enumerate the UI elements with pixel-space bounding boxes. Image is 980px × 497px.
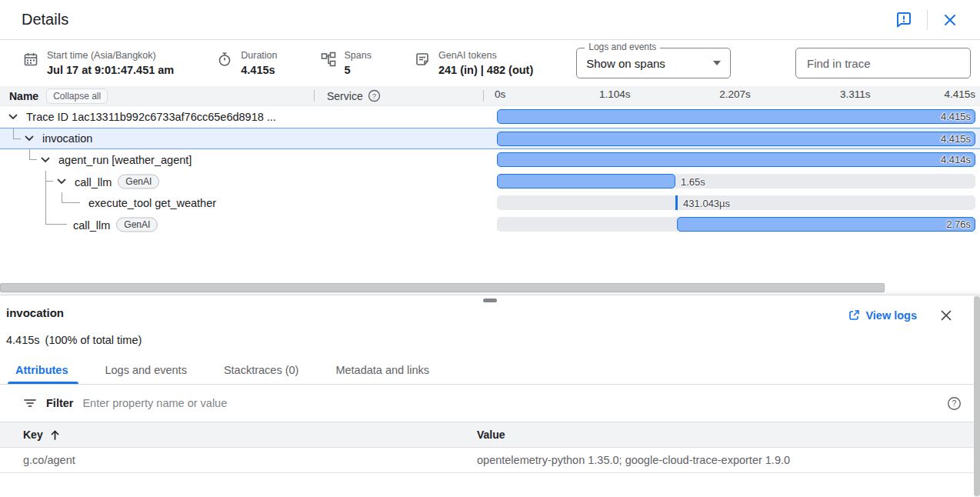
genai-note-icon: [415, 52, 430, 67]
timeline-tick: 1.104s: [599, 88, 631, 100]
stat-label: GenAI tokens: [438, 49, 533, 62]
spans-icon: [321, 52, 336, 67]
span-bar[interactable]: 4.415s: [497, 109, 975, 124]
trace-row-execute-tool[interactable]: execute_tool get_weather 431.043µs: [0, 192, 980, 214]
genai-badge: GenAI: [116, 218, 158, 232]
waterfall-header: Name Collapse all Service ? 0s 1.104s 2.…: [0, 86, 980, 106]
span-name: call_llm: [73, 218, 110, 231]
close-panel-button[interactable]: [937, 306, 955, 325]
trace-row-invocation[interactable]: invocation 4.415s: [0, 128, 980, 149]
panel-span-title: invocation: [6, 306, 64, 319]
collapse-all-button[interactable]: Collapse all: [46, 88, 108, 104]
trace-row-agent-run[interactable]: agent_run [weather_agent] 4.414s: [0, 149, 980, 171]
span-duration-label: 4.415s: [941, 133, 971, 145]
tab-metadata-and-links[interactable]: Metadata and links: [317, 357, 448, 384]
span-detail-panel: invocation View logs 4.415s (100% of tot…: [0, 295, 980, 497]
tree-connector: [45, 171, 53, 182]
tree-connector: [29, 149, 37, 160]
header-divider: [927, 10, 928, 30]
name-column-header: Name: [9, 90, 38, 102]
timeline-tick: 4.415s: [944, 88, 975, 100]
tab-logs-and-events[interactable]: Logs and events: [86, 357, 205, 384]
stat-genai-tokens: GenAI tokens 241 (in) | 482 (out): [415, 49, 533, 78]
feedback-button[interactable]: [893, 9, 915, 31]
arrow-up-icon: [49, 429, 61, 441]
chevron-down-icon[interactable]: [22, 132, 36, 145]
span-waterfall: Trace ID 1ac13311b992c6733af76cc65e6d891…: [0, 106, 980, 235]
span-bar[interactable]: 4.415s: [497, 132, 975, 146]
dropdown-legend: Logs and events: [585, 42, 660, 52]
timer-icon: [217, 52, 232, 67]
sort-ascending-button[interactable]: [49, 429, 61, 441]
span-bar[interactable]: 4.414s: [497, 152, 975, 167]
span-duration-label: 2.76s: [946, 218, 971, 230]
service-help-icon[interactable]: ?: [368, 89, 381, 102]
attribute-row[interactable]: g.co/agent opentelemetry-python 1.35.0; …: [0, 448, 980, 473]
trace-row-trace-id[interactable]: Trace ID 1ac13311b992c6733af76cc65e6d891…: [0, 106, 980, 128]
details-header: Details: [0, 0, 980, 40]
tree-connector: [13, 128, 21, 139]
filter-help-icon[interactable]: ?: [947, 396, 962, 411]
trace-row-call-llm-2[interactable]: call_llm GenAI 2.76s: [0, 214, 980, 235]
horizontal-scrollbar: [0, 282, 980, 294]
feedback-icon: [895, 11, 913, 29]
span-name-with-badge: call_llm GenAI: [73, 218, 158, 232]
stat-start-time: Start time (Asia/Bangkok) Jul 17 at 9:01…: [23, 49, 174, 78]
tree-connector: [45, 182, 46, 192]
chevron-down-icon[interactable]: [38, 153, 52, 167]
stat-value: 5: [345, 62, 372, 78]
view-logs-link[interactable]: View logs: [848, 309, 917, 322]
filter-icon: [23, 396, 37, 410]
duration-value: 4.415s: [6, 334, 40, 346]
genai-badge: GenAI: [118, 175, 159, 189]
span-name: agent_run [weather_agent]: [58, 154, 192, 166]
panel-resize-handle[interactable]: [483, 299, 497, 302]
span-name: Trace ID 1ac13311b992c6733af76cc65e6d891…: [26, 111, 276, 123]
span-name: execute_tool get_weather: [88, 197, 216, 209]
span-bar[interactable]: [497, 174, 675, 188]
timeline-tick: 2.207s: [719, 88, 751, 100]
chevron-down-icon[interactable]: [55, 175, 68, 188]
horizontal-scrollbar-thumb[interactable]: [0, 283, 885, 292]
span-bar[interactable]: [675, 195, 678, 210]
attribute-key: g.co/agent: [0, 454, 477, 466]
tab-stacktraces[interactable]: Stacktraces (0): [205, 357, 318, 384]
duration-percent-note: (100% of total time): [45, 334, 142, 346]
filter-label: Filter: [46, 397, 73, 409]
timeline-tick: 0s: [495, 88, 505, 100]
trace-toolbar: Start time (Asia/Bangkok) Jul 17 at 9:01…: [0, 40, 980, 86]
span-bar[interactable]: 2.76s: [677, 217, 975, 232]
tree-connector: [45, 192, 46, 214]
dropdown-selected-value: Show on spans: [586, 57, 665, 70]
calendar-icon: [23, 52, 38, 67]
span-name-with-badge: call_llm GenAI: [75, 175, 159, 189]
span-duration-label: 1.65s: [681, 175, 705, 187]
stat-value: 241 (in) | 482 (out): [438, 62, 533, 78]
stat-label: Spans: [345, 49, 372, 62]
span-duration-label: 431.043µs: [683, 197, 730, 208]
attribute-value: opentelemetry-python 1.35.0; google-clou…: [477, 454, 980, 466]
value-column-header: Value: [477, 429, 980, 441]
chevron-down-icon: [713, 61, 721, 65]
trace-details-page: Details Start time (Asia/Bangkok) Ju: [0, 0, 980, 497]
panel-span-duration: 4.415s (100% of total time): [0, 325, 980, 346]
logs-and-events-dropdown[interactable]: Logs and events Show on spans: [576, 48, 731, 78]
span-name: invocation: [42, 132, 92, 145]
attributes-filter-bar: Filter ?: [0, 385, 980, 422]
stat-value: 4.415s: [241, 62, 277, 78]
view-logs-label: View logs: [865, 309, 917, 322]
attributes-filter-input[interactable]: [82, 397, 938, 409]
span-track: [497, 195, 975, 210]
vertical-scrollbar-thumb[interactable]: [974, 296, 980, 496]
stat-duration: Duration 4.415s: [217, 49, 277, 78]
find-in-trace-input[interactable]: [795, 48, 971, 78]
stat-value: Jul 17 at 9:01:47.451 am: [47, 62, 174, 78]
close-details-button[interactable]: [940, 10, 960, 30]
tab-attributes[interactable]: Attributes: [0, 357, 86, 384]
tree-connector: [45, 214, 67, 225]
timeline-tick: 3.311s: [840, 88, 871, 100]
chevron-down-icon[interactable]: [6, 110, 20, 124]
trace-row-call-llm-1[interactable]: call_llm GenAI 1.65s: [0, 171, 980, 192]
panel-tabs: Attributes Logs and events Stacktraces (…: [0, 357, 980, 385]
attributes-table-header: Key Value: [0, 422, 980, 448]
